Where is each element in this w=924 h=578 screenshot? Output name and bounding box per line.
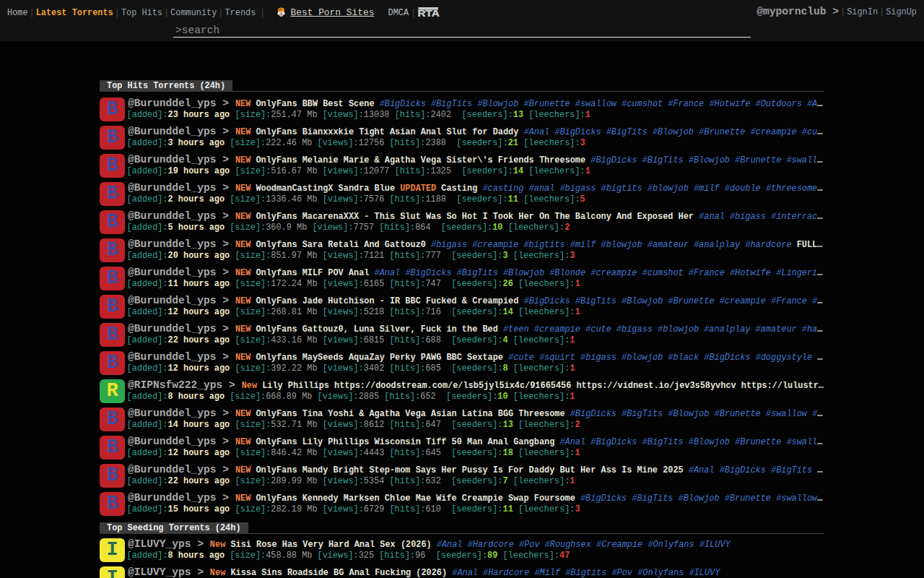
svg-text:RTA: RTA <box>418 8 440 17</box>
